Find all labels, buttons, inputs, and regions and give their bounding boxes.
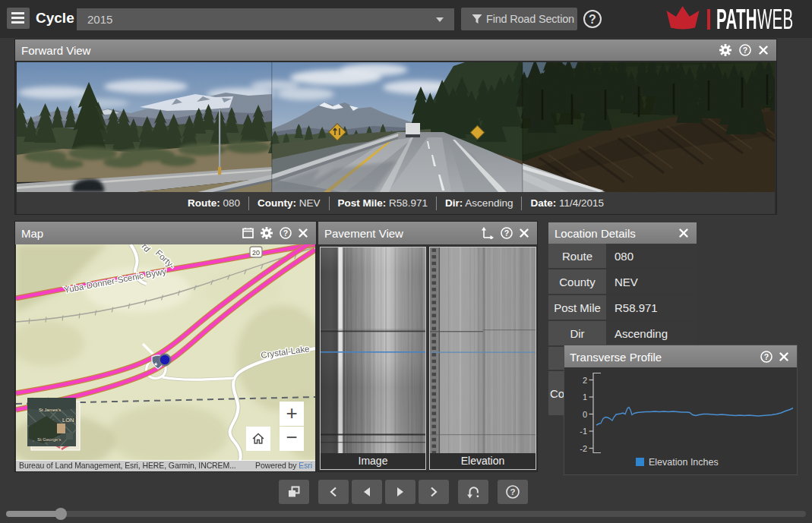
svg-text:2: 2 (583, 376, 587, 385)
svg-text:★: ★ (153, 361, 158, 367)
svg-text:?: ? (283, 228, 288, 238)
svg-text:0: 0 (583, 410, 587, 419)
svg-text:?: ? (510, 487, 515, 496)
svg-text:St James's: St James's (39, 408, 61, 412)
svg-text:?: ? (764, 351, 769, 361)
svg-text:-1: -1 (580, 427, 587, 436)
svg-text:St George's: St George's (37, 437, 62, 442)
svg-text:-2: -2 (580, 444, 587, 453)
svg-text:?: ? (743, 46, 747, 55)
svg-text:?: ? (504, 228, 509, 238)
svg-text:1: 1 (583, 392, 587, 402)
svg-text:20: 20 (252, 249, 260, 257)
svg-text:Elevation Inches: Elevation Inches (649, 457, 719, 468)
svg-text:LON: LON (62, 417, 74, 424)
